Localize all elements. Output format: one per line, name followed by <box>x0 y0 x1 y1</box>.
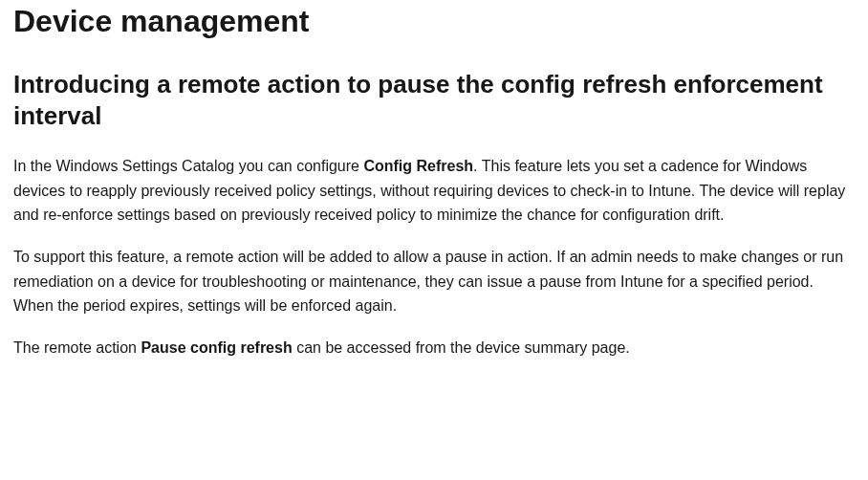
paragraph-2: To support this feature, a remote action… <box>13 245 855 318</box>
page-heading: Device management <box>13 2 855 42</box>
paragraph-3: The remote action Pause config refresh c… <box>13 336 855 360</box>
paragraph-1: In the Windows Settings Catalog you can … <box>13 154 855 228</box>
para3-text-after: can be accessed from the device summary … <box>293 339 630 356</box>
section-subheading: Introducing a remote action to pause the… <box>13 69 855 134</box>
para3-text-before: The remote action <box>13 339 141 356</box>
para1-bold-config-refresh: Config Refresh <box>363 158 473 174</box>
para1-text-before: In the Windows Settings Catalog you can … <box>13 158 363 174</box>
para3-bold-pause-config-refresh: Pause config refresh <box>141 339 292 356</box>
